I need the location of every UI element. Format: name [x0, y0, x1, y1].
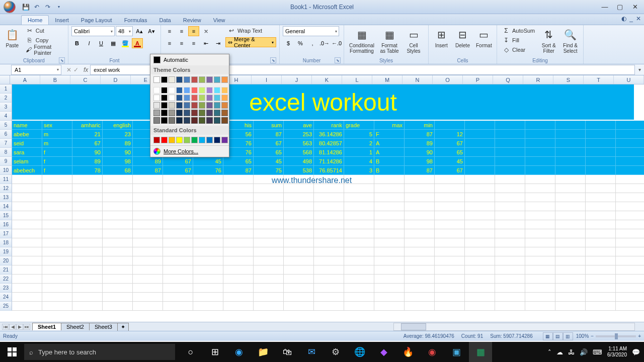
orientation-button[interactable]: ⤬ — [200, 26, 211, 36]
cell[interactable] — [254, 284, 284, 293]
cell[interactable] — [435, 220, 465, 229]
color-swatch[interactable] — [199, 102, 205, 109]
accept-formula-icon[interactable]: ✓ — [73, 66, 78, 73]
tab-data[interactable]: Data — [153, 16, 177, 25]
cell[interactable] — [12, 202, 42, 211]
row-header[interactable]: 6 — [0, 130, 12, 139]
cell[interactable] — [284, 202, 314, 211]
align-right-button[interactable]: ≡ — [188, 38, 199, 48]
cell[interactable] — [405, 202, 435, 211]
cell[interactable] — [616, 193, 644, 202]
cell[interactable] — [586, 184, 616, 193]
cell[interactable] — [586, 193, 616, 202]
cell[interactable] — [616, 265, 644, 275]
color-swatch[interactable] — [176, 137, 183, 143]
horizontal-scrollbar[interactable] — [393, 323, 635, 331]
cell[interactable] — [405, 238, 435, 247]
cell[interactable] — [465, 293, 495, 302]
conditional-formatting-button[interactable]: ▦Conditional Formatting — [347, 26, 376, 55]
cell[interactable] — [42, 193, 72, 202]
align-top-button[interactable]: ≡ — [164, 26, 175, 36]
keyboard-icon[interactable]: ⌨ — [593, 348, 602, 356]
cell[interactable] — [344, 256, 374, 265]
cell[interactable] — [555, 193, 586, 202]
row-header[interactable]: 13 — [0, 193, 12, 202]
cell[interactable] — [284, 211, 314, 220]
cell[interactable] — [525, 211, 555, 220]
data-cell[interactable]: 4 — [344, 157, 374, 166]
cell[interactable] — [495, 284, 525, 293]
color-swatch[interactable] — [221, 137, 228, 143]
cell[interactable] — [435, 265, 465, 275]
cell[interactable] — [193, 211, 223, 220]
tab-formulas[interactable]: Formulas — [118, 16, 153, 25]
sort-filter-button[interactable]: ⇅Sort & Filter — [539, 26, 558, 55]
color-swatch[interactable] — [153, 102, 160, 109]
data-cell[interactable]: 2 — [344, 139, 374, 148]
cell[interactable] — [72, 184, 103, 193]
cell[interactable] — [284, 256, 314, 265]
data-cell[interactable]: 87 — [405, 130, 435, 139]
row-header[interactable]: 4 — [0, 112, 12, 121]
cell[interactable] — [193, 293, 223, 302]
cell[interactable] — [435, 302, 465, 311]
color-swatch[interactable] — [199, 87, 205, 94]
cell[interactable] — [525, 247, 555, 256]
tab-view[interactable]: View — [207, 16, 231, 25]
cell[interactable] — [12, 265, 42, 275]
cell[interactable] — [42, 302, 72, 311]
underline-button[interactable]: U — [96, 38, 107, 48]
cell[interactable] — [555, 184, 586, 193]
cell[interactable] — [223, 211, 254, 220]
cell[interactable] — [42, 229, 72, 238]
zoom-in-button[interactable]: + — [638, 333, 641, 339]
cell[interactable] — [586, 275, 616, 284]
cell[interactable] — [314, 202, 344, 211]
data-cell[interactable]: 98 — [405, 157, 435, 166]
onedrive-icon[interactable]: ☁ — [556, 348, 563, 356]
cell[interactable] — [495, 293, 525, 302]
cell[interactable] — [72, 265, 103, 275]
cell[interactable] — [103, 302, 133, 311]
cell[interactable] — [525, 220, 555, 229]
cell[interactable] — [103, 256, 133, 265]
cell[interactable] — [103, 175, 133, 184]
cell[interactable] — [163, 220, 193, 229]
cell[interactable] — [374, 220, 405, 229]
cell[interactable] — [374, 247, 405, 256]
color-swatch[interactable] — [169, 76, 175, 83]
cell[interactable] — [12, 229, 42, 238]
cell[interactable] — [465, 284, 495, 293]
cell[interactable] — [12, 193, 42, 202]
color-swatch[interactable] — [169, 102, 175, 109]
cell[interactable] — [465, 184, 495, 193]
color-swatch[interactable] — [221, 110, 228, 116]
data-cell[interactable]: 76.85714 — [314, 166, 344, 175]
border-button[interactable]: ▦ — [108, 38, 119, 48]
cell[interactable] — [12, 211, 42, 220]
cell[interactable] — [163, 256, 193, 265]
data-cell[interactable]: 65 — [435, 148, 465, 157]
cell[interactable] — [586, 265, 616, 275]
color-swatch[interactable] — [214, 76, 220, 83]
cell[interactable] — [223, 293, 254, 302]
cell[interactable] — [284, 302, 314, 311]
cell[interactable] — [616, 256, 644, 265]
cell[interactable] — [435, 238, 465, 247]
cell[interactable] — [525, 175, 555, 184]
edge-icon[interactable]: ◉ — [227, 342, 251, 362]
data-cell[interactable]: 568 — [284, 148, 314, 157]
data-cell[interactable]: 67 — [435, 166, 465, 175]
cell[interactable] — [284, 265, 314, 275]
app-icon-2[interactable]: ◉ — [421, 342, 444, 362]
font-color-button[interactable]: A — [132, 38, 143, 48]
last-sheet-icon[interactable]: ⏭ — [23, 324, 30, 330]
cell[interactable] — [405, 184, 435, 193]
cell[interactable] — [103, 238, 133, 247]
cell[interactable] — [586, 220, 616, 229]
cell[interactable] — [344, 202, 374, 211]
cancel-formula-icon[interactable]: ✕ — [66, 66, 71, 73]
cell[interactable] — [103, 229, 133, 238]
zoom-slider[interactable] — [596, 335, 636, 337]
cell[interactable] — [405, 220, 435, 229]
